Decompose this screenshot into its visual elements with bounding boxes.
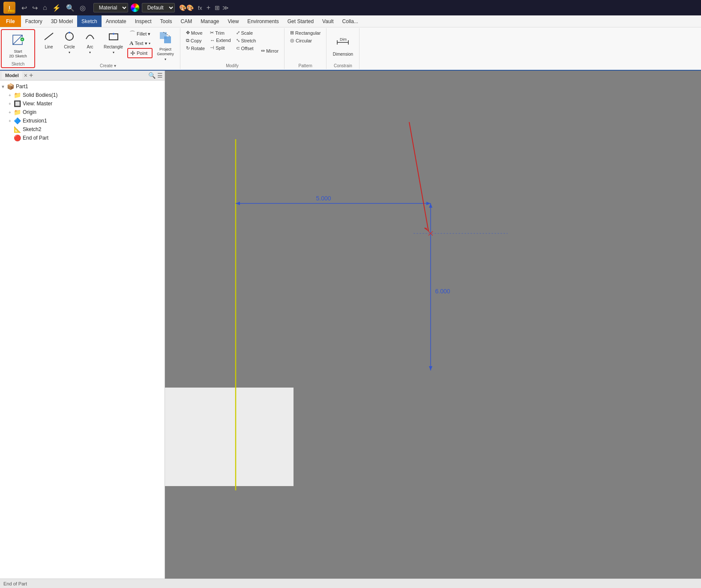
extend-label: Extend bbox=[216, 38, 231, 43]
trim-icon: ✂ bbox=[210, 30, 214, 36]
redo-icon[interactable]: ↪ bbox=[30, 3, 39, 13]
tree-item-view-master[interactable]: + 🔲 View: Master bbox=[0, 99, 165, 108]
menu-view[interactable]: View bbox=[224, 15, 243, 27]
sketch-group-label: Sketch bbox=[12, 62, 25, 66]
copy-label: Copy bbox=[191, 38, 202, 43]
arc-icon bbox=[84, 30, 96, 44]
point-icon: ✛ bbox=[130, 50, 135, 57]
circle-button[interactable]: Circle ▾ bbox=[60, 29, 79, 56]
rectangular-button[interactable]: ⊞ Rectangular bbox=[288, 29, 323, 36]
canvas-area[interactable]: 5.000 6.000 bbox=[165, 71, 701, 579]
circular-pattern-button[interactable]: ◎ Circular bbox=[288, 37, 323, 44]
panel-tabs: Model × + 🔍 ☰ bbox=[0, 71, 165, 81]
menu-tools[interactable]: Tools bbox=[156, 15, 176, 27]
material-select[interactable]: Material bbox=[93, 3, 128, 12]
tree-item-end-of-part[interactable]: 🔴 End of Part bbox=[0, 134, 165, 142]
mirror-icon: ⇔ bbox=[261, 48, 265, 54]
model-tab[interactable]: Model bbox=[2, 72, 22, 79]
panel-menu-icon[interactable]: ☰ bbox=[157, 72, 163, 79]
menu-inspect[interactable]: Inspect bbox=[131, 15, 156, 27]
panel-add-button[interactable]: + bbox=[29, 72, 33, 79]
start-2d-sketch-button[interactable]: + Start2D Sketch bbox=[5, 32, 31, 60]
tree-icon-solid-bodies: 📁 bbox=[14, 92, 21, 98]
extend-button[interactable]: ↔ Extend bbox=[208, 37, 233, 44]
home-icon[interactable]: ⌂ bbox=[41, 3, 49, 12]
line-icon bbox=[43, 30, 55, 44]
rotate-icon: ↻ bbox=[186, 45, 190, 51]
offset-button[interactable]: ⊂ Offset bbox=[234, 45, 258, 52]
menu-get-started[interactable]: Get Started bbox=[283, 15, 318, 27]
fillet-button[interactable]: ⌒ Fillet ▾ bbox=[127, 29, 153, 39]
tree-expand-extrusion[interactable]: + bbox=[7, 119, 13, 123]
mirror-button[interactable]: ⇔ Mirror bbox=[259, 47, 281, 54]
dimension-button[interactable]: Dim Dimension bbox=[330, 34, 356, 58]
rectangle-button[interactable]: Rectangle ▾ bbox=[101, 29, 126, 56]
tree-item-solid-bodies[interactable]: + 📁 Solid Bodies(1) bbox=[0, 91, 165, 99]
tree-item-part1[interactable]: ▼ 📦 Part1 bbox=[0, 82, 165, 91]
pattern-group-label: Pattern bbox=[299, 63, 312, 68]
menu-annotate[interactable]: Annotate bbox=[102, 15, 131, 27]
menu-vault[interactable]: Vault bbox=[318, 15, 338, 27]
svg-marker-20 bbox=[426, 202, 431, 205]
grid-icon[interactable]: ⊞ bbox=[215, 4, 220, 11]
menu-sketch[interactable]: Sketch bbox=[77, 15, 102, 27]
panel-search-icon[interactable]: 🔍 bbox=[148, 72, 156, 79]
rotate-button[interactable]: ↻ Rotate bbox=[184, 45, 207, 52]
stretch-button[interactable]: ⤡ Stretch bbox=[234, 37, 258, 44]
move-icon: ✥ bbox=[186, 30, 190, 36]
tree-expand-part1[interactable]: ▼ bbox=[0, 84, 6, 89]
text-button[interactable]: A Text ▾ ▾ bbox=[127, 39, 153, 48]
ribbon-dimension-group: Dim Dimension Constrain bbox=[327, 28, 359, 69]
rectangle-label: Rectangle bbox=[104, 45, 123, 50]
scale-button[interactable]: ⤢ Scale bbox=[234, 29, 258, 36]
search-icon[interactable]: 🔍 bbox=[64, 3, 76, 13]
menu-factory[interactable]: Factory bbox=[21, 15, 47, 27]
dimension-group-label: Constrain bbox=[334, 63, 352, 68]
color-circles: 🎨🎨 bbox=[179, 4, 194, 11]
tree-expand-origin[interactable]: + bbox=[7, 110, 13, 115]
undo-icon[interactable]: ↩ bbox=[20, 3, 29, 13]
target-icon[interactable]: ◎ bbox=[78, 3, 87, 13]
line-button[interactable]: Line bbox=[39, 29, 58, 51]
svg-point-5 bbox=[66, 33, 73, 40]
tree-expand-view[interactable]: + bbox=[7, 101, 13, 106]
point-button[interactable]: ✛ Point bbox=[127, 48, 153, 58]
title-icons: ↩ ↪ ⌂ ⚡ 🔍 ◎ bbox=[20, 3, 87, 13]
menu-3dmodel[interactable]: 3D Model bbox=[47, 15, 77, 27]
menu-file[interactable]: File bbox=[0, 15, 21, 27]
tree-expand-solid[interactable]: + bbox=[7, 93, 13, 98]
default-select[interactable]: Default bbox=[142, 3, 175, 12]
tree-label-end-of-part: End of Part bbox=[23, 135, 48, 141]
move-button[interactable]: ✥ Move bbox=[184, 29, 207, 36]
copy-icon: ⧉ bbox=[186, 38, 189, 43]
text-arrow: ▾ bbox=[149, 42, 150, 45]
trim-button[interactable]: ✂ Trim bbox=[208, 29, 233, 36]
title-bar: I PRO ↩ ↪ ⌂ ⚡ 🔍 ◎ Material Default 🎨🎨 fx… bbox=[0, 0, 701, 15]
lightning-icon[interactable]: ⚡ bbox=[51, 3, 63, 13]
tree-icon-sketch2: 📐 bbox=[14, 126, 21, 133]
tree-item-sketch2[interactable]: 📐 Sketch2 bbox=[0, 125, 165, 134]
plus-icon[interactable]: + bbox=[207, 4, 210, 12]
ribbon-modify-group: ✥ Move ⧉ Copy ↻ Rotate ✂ Trim bbox=[180, 28, 285, 69]
ribbon-pattern-group: ⊞ Rectangular ◎ Circular Pattern bbox=[285, 28, 327, 69]
project-geometry-button[interactable]: ProjectGeometry ▾ bbox=[154, 29, 177, 63]
panel-close-button[interactable]: × bbox=[24, 72, 27, 79]
color-wheel-icon[interactable] bbox=[131, 3, 139, 12]
offset-icon: ⊂ bbox=[236, 45, 240, 51]
tree-icon-origin: 📁 bbox=[14, 109, 21, 116]
menu-cam[interactable]: CAM bbox=[177, 15, 197, 27]
tree-item-extrusion1[interactable]: + 🔷 Extrusion1 bbox=[0, 116, 165, 125]
copy-button[interactable]: ⧉ Copy bbox=[184, 37, 207, 44]
rotate-label: Rotate bbox=[191, 46, 205, 51]
fx-label[interactable]: fx bbox=[198, 5, 202, 11]
menu-environments[interactable]: Environments bbox=[243, 15, 283, 27]
more-icon[interactable]: ≫ bbox=[222, 4, 229, 11]
menu-manage[interactable]: Manage bbox=[196, 15, 223, 27]
arc-button[interactable]: Arc ▾ bbox=[81, 29, 99, 56]
rectangular-icon: ⊞ bbox=[290, 30, 294, 36]
tree-label-sketch2: Sketch2 bbox=[23, 126, 41, 132]
menu-colla[interactable]: Colla... bbox=[338, 15, 362, 27]
split-button[interactable]: ⊣ Split bbox=[208, 44, 233, 51]
svg-line-29 bbox=[409, 122, 428, 231]
tree-item-origin[interactable]: + 📁 Origin bbox=[0, 108, 165, 116]
